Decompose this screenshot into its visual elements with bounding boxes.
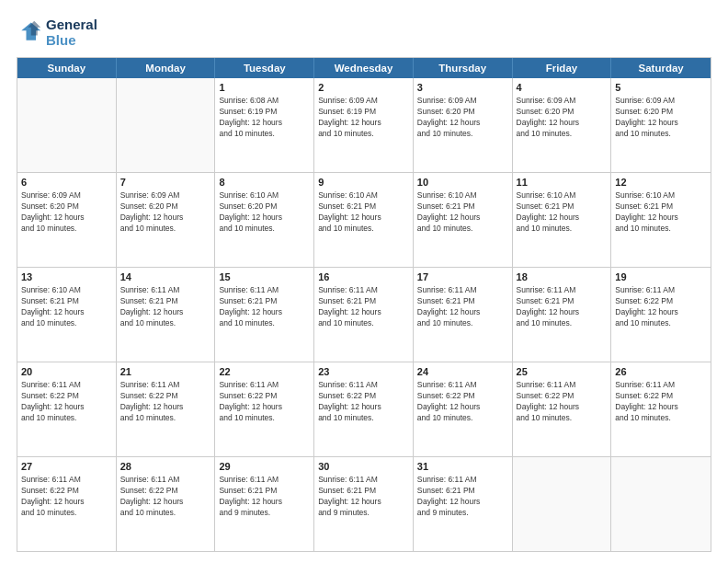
day-number: 3 [417, 81, 508, 95]
calendar-cell: 11Sunrise: 6:10 AM Sunset: 6:21 PM Dayli… [513, 173, 612, 267]
calendar-cell: 25Sunrise: 6:11 AM Sunset: 6:22 PM Dayli… [513, 362, 612, 456]
calendar-cell [17, 78, 117, 172]
day-info: Sunrise: 6:09 AM Sunset: 6:20 PM Dayligh… [517, 96, 608, 140]
calendar: SundayMondayTuesdayWednesdayThursdayFrid… [17, 57, 711, 552]
weekday-header: Monday [117, 58, 216, 78]
day-info: Sunrise: 6:11 AM Sunset: 6:22 PM Dayligh… [615, 380, 707, 424]
calendar-cell: 26Sunrise: 6:11 AM Sunset: 6:22 PM Dayli… [611, 362, 711, 456]
day-info: Sunrise: 6:11 AM Sunset: 6:21 PM Dayligh… [120, 285, 211, 329]
calendar-body: 1Sunrise: 6:08 AM Sunset: 6:19 PM Daylig… [17, 78, 711, 551]
calendar-cell: 31Sunrise: 6:11 AM Sunset: 6:21 PM Dayli… [414, 457, 513, 551]
day-number: 13 [21, 270, 112, 284]
day-info: Sunrise: 6:09 AM Sunset: 6:20 PM Dayligh… [21, 190, 112, 235]
day-number: 22 [219, 365, 310, 379]
calendar-cell: 20Sunrise: 6:11 AM Sunset: 6:22 PM Dayli… [17, 362, 117, 456]
day-number: 25 [517, 365, 608, 379]
day-info: Sunrise: 6:11 AM Sunset: 6:21 PM Dayligh… [219, 475, 310, 519]
logo: General Blue [17, 17, 97, 48]
calendar-row: 6Sunrise: 6:09 AM Sunset: 6:20 PM Daylig… [17, 172, 711, 267]
calendar-cell [611, 457, 711, 551]
calendar-cell: 13Sunrise: 6:10 AM Sunset: 6:21 PM Dayli… [17, 268, 117, 362]
day-number: 17 [417, 270, 508, 284]
calendar-cell: 24Sunrise: 6:11 AM Sunset: 6:22 PM Dayli… [414, 362, 513, 456]
logo-text: General Blue [46, 17, 97, 48]
calendar-cell: 29Sunrise: 6:11 AM Sunset: 6:21 PM Dayli… [215, 457, 314, 551]
calendar-cell: 22Sunrise: 6:11 AM Sunset: 6:22 PM Dayli… [215, 362, 314, 456]
calendar-cell: 28Sunrise: 6:11 AM Sunset: 6:22 PM Dayli… [117, 457, 216, 551]
day-info: Sunrise: 6:10 AM Sunset: 6:21 PM Dayligh… [417, 190, 508, 235]
calendar-row: 13Sunrise: 6:10 AM Sunset: 6:21 PM Dayli… [17, 267, 711, 362]
day-number: 21 [120, 365, 211, 379]
day-number: 12 [615, 176, 707, 190]
calendar-cell: 3Sunrise: 6:09 AM Sunset: 6:20 PM Daylig… [414, 78, 513, 172]
calendar-row: 27Sunrise: 6:11 AM Sunset: 6:22 PM Dayli… [17, 456, 711, 551]
day-info: Sunrise: 6:11 AM Sunset: 6:21 PM Dayligh… [417, 475, 508, 519]
calendar-header: SundayMondayTuesdayWednesdayThursdayFrid… [17, 58, 711, 78]
day-info: Sunrise: 6:11 AM Sunset: 6:21 PM Dayligh… [417, 285, 508, 329]
day-number: 30 [318, 460, 409, 474]
day-info: Sunrise: 6:08 AM Sunset: 6:19 PM Dayligh… [219, 96, 310, 140]
calendar-cell: 17Sunrise: 6:11 AM Sunset: 6:21 PM Dayli… [414, 268, 513, 362]
day-info: Sunrise: 6:09 AM Sunset: 6:20 PM Dayligh… [615, 96, 707, 140]
day-info: Sunrise: 6:11 AM Sunset: 6:22 PM Dayligh… [417, 380, 508, 424]
calendar-cell: 6Sunrise: 6:09 AM Sunset: 6:20 PM Daylig… [17, 173, 117, 267]
day-number: 19 [615, 270, 707, 284]
day-number: 24 [417, 365, 508, 379]
day-info: Sunrise: 6:11 AM Sunset: 6:22 PM Dayligh… [21, 380, 112, 424]
calendar-cell [513, 457, 612, 551]
header: General Blue [17, 17, 711, 48]
day-info: Sunrise: 6:10 AM Sunset: 6:20 PM Dayligh… [219, 190, 310, 235]
day-number: 26 [615, 365, 707, 379]
day-number: 23 [318, 365, 409, 379]
day-info: Sunrise: 6:09 AM Sunset: 6:19 PM Dayligh… [318, 96, 409, 140]
day-number: 16 [318, 270, 409, 284]
day-number: 1 [219, 81, 310, 95]
day-info: Sunrise: 6:11 AM Sunset: 6:22 PM Dayligh… [219, 380, 310, 424]
calendar-cell: 8Sunrise: 6:10 AM Sunset: 6:20 PM Daylig… [215, 173, 314, 267]
weekday-header: Friday [513, 58, 612, 78]
calendar-cell: 27Sunrise: 6:11 AM Sunset: 6:22 PM Dayli… [17, 457, 117, 551]
day-info: Sunrise: 6:11 AM Sunset: 6:21 PM Dayligh… [318, 475, 409, 519]
day-number: 18 [517, 270, 608, 284]
day-info: Sunrise: 6:11 AM Sunset: 6:22 PM Dayligh… [615, 285, 707, 329]
page: General Blue SundayMondayTuesdayWednesda… [0, 0, 728, 563]
calendar-cell: 15Sunrise: 6:11 AM Sunset: 6:21 PM Dayli… [215, 268, 314, 362]
day-number: 15 [219, 270, 310, 284]
day-info: Sunrise: 6:10 AM Sunset: 6:21 PM Dayligh… [615, 190, 707, 235]
calendar-cell: 2Sunrise: 6:09 AM Sunset: 6:19 PM Daylig… [314, 78, 414, 172]
day-info: Sunrise: 6:11 AM Sunset: 6:21 PM Dayligh… [517, 285, 608, 329]
day-number: 29 [219, 460, 310, 474]
day-number: 6 [21, 176, 112, 190]
calendar-cell: 16Sunrise: 6:11 AM Sunset: 6:21 PM Dayli… [314, 268, 414, 362]
weekday-header: Sunday [17, 58, 117, 78]
day-number: 31 [417, 460, 508, 474]
calendar-cell: 10Sunrise: 6:10 AM Sunset: 6:21 PM Dayli… [414, 173, 513, 267]
calendar-cell: 7Sunrise: 6:09 AM Sunset: 6:20 PM Daylig… [117, 173, 216, 267]
logo-icon [17, 19, 42, 45]
day-number: 7 [120, 176, 211, 190]
day-number: 4 [517, 81, 608, 95]
weekday-header: Wednesday [314, 58, 414, 78]
calendar-cell: 14Sunrise: 6:11 AM Sunset: 6:21 PM Dayli… [117, 268, 216, 362]
day-number: 28 [120, 460, 211, 474]
calendar-row: 1Sunrise: 6:08 AM Sunset: 6:19 PM Daylig… [17, 78, 711, 172]
calendar-cell [117, 78, 216, 172]
day-info: Sunrise: 6:11 AM Sunset: 6:22 PM Dayligh… [318, 380, 409, 424]
day-number: 27 [21, 460, 112, 474]
calendar-cell: 1Sunrise: 6:08 AM Sunset: 6:19 PM Daylig… [215, 78, 314, 172]
day-info: Sunrise: 6:11 AM Sunset: 6:22 PM Dayligh… [120, 475, 211, 519]
day-info: Sunrise: 6:10 AM Sunset: 6:21 PM Dayligh… [21, 285, 112, 329]
day-info: Sunrise: 6:11 AM Sunset: 6:21 PM Dayligh… [318, 285, 409, 329]
day-info: Sunrise: 6:11 AM Sunset: 6:22 PM Dayligh… [21, 475, 112, 519]
calendar-cell: 4Sunrise: 6:09 AM Sunset: 6:20 PM Daylig… [513, 78, 612, 172]
weekday-header: Saturday [611, 58, 711, 78]
calendar-cell: 19Sunrise: 6:11 AM Sunset: 6:22 PM Dayli… [611, 268, 711, 362]
calendar-cell: 23Sunrise: 6:11 AM Sunset: 6:22 PM Dayli… [314, 362, 414, 456]
calendar-cell: 30Sunrise: 6:11 AM Sunset: 6:21 PM Dayli… [314, 457, 414, 551]
day-number: 9 [318, 176, 409, 190]
day-number: 8 [219, 176, 310, 190]
day-info: Sunrise: 6:09 AM Sunset: 6:20 PM Dayligh… [417, 96, 508, 140]
calendar-cell: 12Sunrise: 6:10 AM Sunset: 6:21 PM Dayli… [611, 173, 711, 267]
calendar-cell: 21Sunrise: 6:11 AM Sunset: 6:22 PM Dayli… [117, 362, 216, 456]
day-number: 2 [318, 81, 409, 95]
